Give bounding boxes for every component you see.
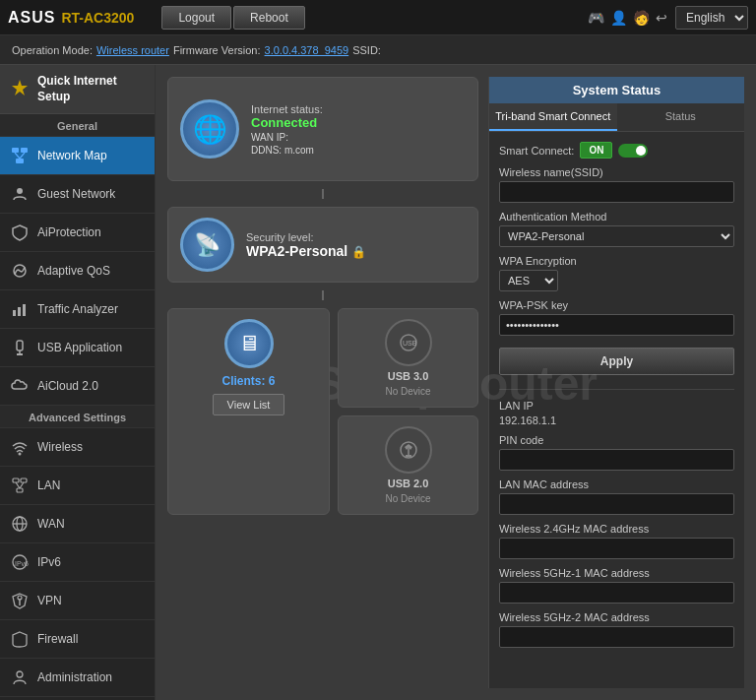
general-section: General (0, 114, 155, 137)
usb20-label: USB 2.0 (388, 477, 429, 489)
clients-number: 6 (269, 374, 276, 388)
firmware-value[interactable]: 3.0.0.4.378_9459 (265, 44, 349, 56)
sidebar-item-ipv6[interactable]: IPv6 IPv6 (0, 543, 155, 582)
svg-text:USB: USB (403, 340, 417, 347)
adaptive-qos-icon (10, 261, 30, 281)
wpa-encryption-select[interactable]: AES (499, 270, 558, 291)
smart-connect-on: ON (580, 142, 612, 159)
tab-triband[interactable]: Tri-band Smart Connect (489, 103, 617, 131)
sidebar-item-usb-application[interactable]: USB Application (0, 329, 155, 367)
view-list-button[interactable]: View List (213, 394, 285, 415)
sidebar-item-adaptive-qos[interactable]: Adaptive QoS (0, 252, 155, 290)
sidebar-item-network-map[interactable]: Network Map (0, 137, 155, 175)
sidebar-item-label: VPN (37, 594, 62, 607)
usb30-label: USB 3.0 (388, 370, 429, 382)
content-area: SetupRouter 🌐 Internet status: Connected… (156, 65, 756, 700)
operation-mode-value[interactable]: Wireless router (96, 44, 169, 56)
ssid-group: Wireless name(SSID) (499, 166, 734, 203)
sidebar-item-aiprotection[interactable]: AiProtection (0, 214, 155, 252)
person-icon: 🧑 (633, 10, 650, 26)
sidebar-item-guest-network[interactable]: Guest Network (0, 175, 155, 214)
sidebar-item-vpn[interactable]: VPN (0, 582, 155, 620)
wan-icon (10, 514, 30, 534)
ssid-label: SSID: (352, 44, 381, 56)
firmware-label: Firmware Version: (173, 44, 261, 56)
app-header: ASUS RT-AC3200 Logout Reboot 🎮 👤 🧑 ↩ Eng… (0, 0, 756, 35)
auth-method-group: Authentication Method WPA2-Personal (499, 211, 734, 247)
usb20-box: USB 2.0 No Device (338, 415, 478, 515)
ssid-label: Wireless name(SSID) (499, 166, 734, 178)
usb30-status: No Device (385, 386, 430, 397)
wireless-5g2-mac-input[interactable] (499, 626, 734, 648)
svg-line-18 (16, 482, 20, 488)
wpa-psk-group: WPA-PSK key (499, 299, 734, 336)
wan-ip-detail: WAN IP: (251, 132, 466, 143)
usb30-box: USB USB 3.0 No Device (338, 308, 478, 408)
quick-setup-label: Quick InternetSetup (37, 74, 117, 104)
vpn-icon (10, 591, 30, 610)
sidebar-item-label: Network Map (37, 149, 107, 162)
svg-rect-16 (21, 478, 27, 482)
sidebar-item-label: AiCloud 2.0 (37, 379, 98, 393)
wireless-5g2-mac-label: Wireless 5GHz-2 MAC address (499, 611, 734, 623)
main-layout: Quick InternetSetup General Network Map … (0, 65, 756, 700)
usb-column: USB USB 3.0 No Device USB 2.0 No Device (338, 308, 478, 515)
lan-mac-input[interactable] (499, 493, 734, 515)
reboot-button[interactable]: Reboot (233, 6, 305, 30)
sidebar-item-wireless[interactable]: Wireless (0, 428, 155, 467)
sidebar-item-label: IPv6 (37, 555, 61, 569)
network-left-panel: 🌐 Internet status: Connected WAN IP: DDN… (167, 77, 478, 688)
internet-status-label: Internet status: (251, 103, 466, 115)
svg-rect-8 (13, 310, 16, 316)
svg-rect-11 (17, 341, 23, 350)
wireless-24-mac-input[interactable] (499, 538, 734, 559)
usb-application-icon (10, 338, 30, 357)
svg-point-6 (17, 188, 23, 194)
header-icons: 🎮 👤 🧑 ↩ (588, 10, 667, 26)
clients-box: 🖥 Clients: 6 View List (167, 308, 330, 515)
svg-marker-0 (12, 80, 28, 95)
smart-connect-toggle[interactable] (618, 144, 648, 158)
internet-icon: 🌐 (180, 99, 239, 159)
sidebar-item-label: AiProtection (37, 225, 101, 239)
svg-line-19 (20, 482, 24, 488)
lan-ip-label: LAN IP (499, 400, 734, 412)
quick-setup-icon (10, 78, 30, 100)
svg-rect-9 (18, 307, 21, 316)
ssid-input[interactable] (499, 181, 734, 203)
internet-status-value: Connected (251, 115, 466, 130)
model-name: RT-AC3200 (61, 10, 134, 26)
panel-tabs: Tri-band Smart Connect Status (489, 103, 744, 132)
sidebar-item-traffic-analyzer[interactable]: Traffic Analyzer (0, 290, 155, 329)
wireless-24-mac-label: Wireless 2.4GHz MAC address (499, 523, 734, 535)
sidebar-item-aicloud[interactable]: AiCloud 2.0 (0, 367, 155, 406)
pin-code-input[interactable] (499, 449, 734, 471)
sidebar-item-label: USB Application (37, 341, 122, 354)
guest-network-icon (10, 184, 30, 204)
wireless-5g1-mac-input[interactable] (499, 582, 734, 604)
asus-brand: ASUS (8, 9, 55, 27)
tab-status[interactable]: Status (617, 103, 745, 131)
sidebar-item-firewall[interactable]: Firewall (0, 620, 155, 659)
sidebar-item-administration[interactable]: Administration (0, 659, 155, 697)
connector-top (167, 189, 478, 199)
lan-icon (10, 476, 30, 495)
sidebar-item-lan[interactable]: LAN (0, 467, 155, 505)
sidebar-item-label: Administration (37, 670, 112, 684)
wpa-psk-input[interactable] (499, 314, 734, 336)
logout-button[interactable]: Logout (161, 6, 231, 30)
smart-connect-row: Smart Connect: ON (499, 142, 734, 159)
auth-method-select[interactable]: WPA2-Personal (499, 225, 734, 247)
lan-ip-value: 192.168.1.1 (499, 414, 734, 426)
firewall-icon (10, 629, 30, 649)
sidebar-item-wan[interactable]: WAN (0, 505, 155, 543)
wan-ip-label: WAN IP: (251, 132, 288, 143)
apply-button[interactable]: Apply (499, 348, 734, 375)
info-bar: Operation Mode: Wireless router Firmware… (0, 35, 756, 65)
ddns-detail: DDNS: m.com (251, 145, 466, 156)
language-select[interactable]: English (675, 6, 748, 30)
usb30-icon: USB (385, 319, 432, 366)
quick-setup-item[interactable]: Quick InternetSetup (0, 65, 155, 114)
panel-body: Smart Connect: ON Wireless name(SSID) Au… (489, 132, 744, 658)
clients-icon: 🖥 (224, 319, 274, 368)
